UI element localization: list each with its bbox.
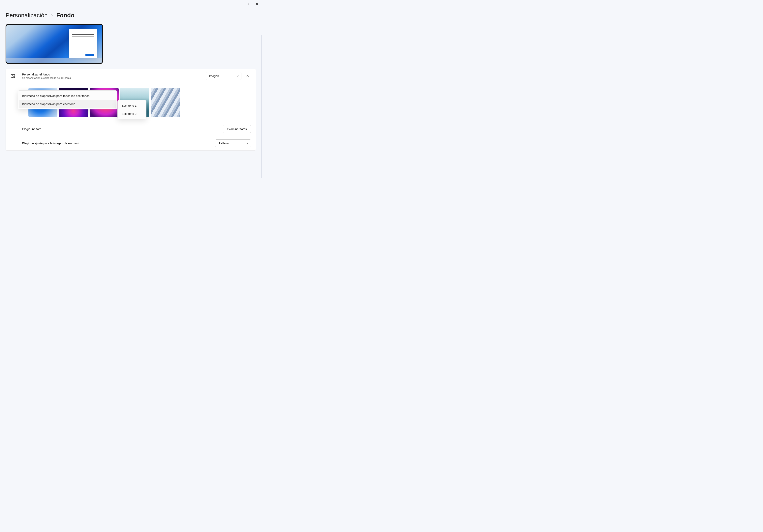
svg-rect-1 <box>247 3 249 5</box>
chevron-right-icon <box>111 102 113 106</box>
svg-rect-4 <box>11 74 15 78</box>
fit-row-label: Elegir un ajuste para la imagen de escri… <box>22 141 215 145</box>
fit-select-value: Rellenar <box>219 141 230 145</box>
maximize-button[interactable] <box>243 1 252 7</box>
wallpaper-thumb-5[interactable] <box>151 88 180 117</box>
background-type-select[interactable]: Imagen <box>206 72 241 80</box>
ctx-item-slideshow-all[interactable]: Biblioteca de diapositivas para todos lo… <box>18 92 117 100</box>
customize-row-subtitle: de presentación o color sólido se aplica… <box>22 76 206 79</box>
customize-background-row[interactable]: Personalizar el fondo de presentación o … <box>6 69 256 83</box>
desktop-preview <box>6 24 103 64</box>
background-type-value: Imagen <box>209 74 219 78</box>
ctx-sub-item-desktop-1[interactable]: Escritorio 1 <box>118 102 146 110</box>
ctx-sub-item-desktop-2[interactable]: Escritorio 2 <box>118 110 146 118</box>
scrollbar[interactable] <box>261 35 262 178</box>
chevron-right-icon: › <box>51 13 53 18</box>
breadcrumb-parent[interactable]: Personalización <box>6 12 48 19</box>
choose-photo-row: Elegir una foto Examinar fotos <box>6 122 256 136</box>
close-button[interactable] <box>252 1 262 7</box>
breadcrumb: Personalización › Fondo <box>6 12 256 19</box>
context-submenu: Escritorio 1 Escritorio 2 <box>117 100 147 119</box>
choose-photo-label: Elegir una foto <box>22 127 223 131</box>
chevron-down-icon <box>237 74 239 78</box>
fit-row: Elegir un ajuste para la imagen de escri… <box>6 136 256 150</box>
ctx-item-slideshow-per-desktop[interactable]: Biblioteca de diapositivas para escritor… <box>19 100 116 108</box>
chevron-down-icon <box>246 141 248 145</box>
image-icon <box>11 74 15 78</box>
breadcrumb-current: Fondo <box>56 12 74 19</box>
window-titlebar <box>234 0 262 8</box>
collapse-button[interactable] <box>244 73 251 79</box>
browse-photos-button[interactable]: Examinar fotos <box>223 125 251 133</box>
preview-window-mock <box>69 29 97 58</box>
minimize-button[interactable] <box>234 1 243 7</box>
svg-point-5 <box>12 75 13 76</box>
customize-row-title: Personalizar el fondo <box>22 73 206 76</box>
context-menu: Biblioteca de diapositivas para todos lo… <box>18 90 117 109</box>
fit-select[interactable]: Rellenar <box>215 139 251 147</box>
